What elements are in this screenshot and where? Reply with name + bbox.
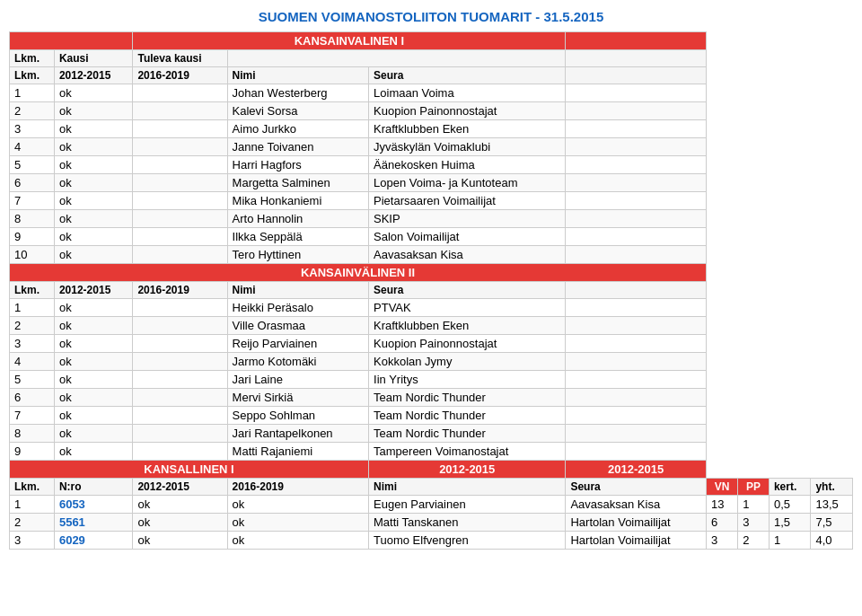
section3-header-row: KANSALLINEN I 2012-2015 2012-2015 — [10, 461, 853, 479]
row-club: SKIP — [369, 210, 566, 228]
row-club: Kraftklubben Eken — [369, 120, 566, 138]
section2-seura: Seura — [369, 282, 566, 299]
row-club: PTVAK — [369, 299, 566, 317]
row-k1: ok — [54, 407, 133, 425]
row-name: Jarmo Kotomäki — [227, 353, 368, 371]
section1-lkm2: Lkm. — [10, 67, 55, 84]
row-k1: ok — [133, 532, 227, 550]
section3-y2: 2016-2019 — [227, 479, 368, 496]
row-k1: ok — [54, 174, 133, 192]
row-nro: 5561 — [54, 514, 133, 532]
row-num: 2 — [10, 102, 55, 120]
row-num: 8 — [10, 425, 55, 443]
row-yht: 7,5 — [811, 514, 853, 532]
row-k2 — [133, 425, 227, 443]
row-nro: 6029 — [54, 532, 133, 550]
row-club: Tampereen Voimanostajat — [369, 443, 566, 461]
table-row: 3 ok Reijo Parviainen Kuopion Painonnost… — [10, 335, 853, 353]
row-vn: 13 — [706, 496, 737, 514]
table-row: 8 ok Jari Rantapelkonen Team Nordic Thun… — [10, 425, 853, 443]
row-club: Hartolan Voimailijat — [566, 532, 707, 550]
row-k2 — [133, 156, 227, 174]
row-extra — [566, 138, 707, 156]
row-k1: ok — [54, 443, 133, 461]
row-k1: ok — [54, 192, 133, 210]
row-extra — [566, 443, 707, 461]
section3-seura: Seura — [566, 479, 707, 496]
row-extra — [566, 174, 707, 192]
row-club: Kuopion Painonnostajat — [369, 335, 566, 353]
section3-nimi: Nimi — [369, 479, 566, 496]
row-name: Janne Toivanen — [227, 138, 368, 156]
table-row: 5 ok Jari Laine Iin Yritys — [10, 371, 853, 389]
row-name: Arto Hannolin — [227, 210, 368, 228]
row-club: Team Nordic Thunder — [369, 389, 566, 407]
row-extra — [566, 210, 707, 228]
row-k2: ok — [227, 532, 368, 550]
row-name: Jari Laine — [227, 371, 368, 389]
section1-nimi: Nimi — [227, 67, 368, 84]
table-row: 2 ok Kalevi Sorsa Kuopion Painonnostajat — [10, 102, 853, 120]
row-k2 — [133, 120, 227, 138]
row-yht: 4,0 — [811, 532, 853, 550]
row-name: Matti Tanskanen — [369, 514, 566, 532]
row-kert: 1,5 — [769, 514, 811, 532]
section2-nimi: Nimi — [227, 282, 368, 299]
section1-empty2 — [227, 50, 566, 67]
row-name: Mervi Sirkiä — [227, 389, 368, 407]
row-k2 — [133, 102, 227, 120]
section3-pp: PP — [738, 479, 770, 496]
table-row: 6 ok Margetta Salminen Lopen Voima- ja K… — [10, 174, 853, 192]
row-k1: ok — [54, 371, 133, 389]
row-num: 3 — [10, 335, 55, 353]
table-row: 2 ok Ville Orasmaa Kraftklubben Eken — [10, 317, 853, 335]
row-num: 1 — [10, 84, 55, 102]
row-name: Mika Honkaniemi — [227, 192, 368, 210]
section1-tuleva-label: Tuleva kausi — [133, 50, 227, 67]
row-extra — [566, 102, 707, 120]
row-name: Johan Westerberg — [227, 84, 368, 102]
row-k1: ok — [54, 156, 133, 174]
table-row: 3 6029 ok ok Tuomo Elfvengren Hartolan V… — [10, 532, 853, 550]
row-num: 7 — [10, 192, 55, 210]
row-name: Eugen Parviainen — [369, 496, 566, 514]
table-row: 1 6053 ok ok Eugen Parviainen Aavasaksan… — [10, 496, 853, 514]
row-pp: 2 — [738, 532, 770, 550]
row-num: 2 — [10, 317, 55, 335]
row-extra — [566, 407, 707, 425]
row-club: Team Nordic Thunder — [369, 407, 566, 425]
row-vn: 6 — [706, 514, 737, 532]
row-extra — [566, 389, 707, 407]
table-row: 4 ok Janne Toivanen Jyväskylän Voimaklub… — [10, 138, 853, 156]
row-club: Äänekosken Huima — [369, 156, 566, 174]
section3-year2-header: 2012-2015 — [566, 461, 707, 479]
section1-year1: 2012-2015 — [54, 67, 133, 84]
row-kert: 1 — [769, 532, 811, 550]
row-k1: ok — [54, 425, 133, 443]
row-num: 5 — [10, 156, 55, 174]
section3-vn: VN — [706, 479, 737, 496]
row-k2 — [133, 407, 227, 425]
row-num: 1 — [10, 299, 55, 317]
table-row: 9 ok Ilkka Seppälä Salon Voimailijat — [10, 228, 853, 246]
row-k1: ok — [54, 228, 133, 246]
section1-empty — [10, 32, 133, 50]
row-k2 — [133, 353, 227, 371]
row-name: Harri Hagfors — [227, 156, 368, 174]
table-row: 2 5561 ok ok Matti Tanskanen Hartolan Vo… — [10, 514, 853, 532]
row-name: Tuomo Elfvengren — [369, 532, 566, 550]
row-club: Kraftklubben Eken — [369, 317, 566, 335]
row-k2 — [133, 443, 227, 461]
row-extra — [566, 84, 707, 102]
row-club: Aavasaksan Kisa — [369, 246, 566, 264]
section2-year2: 2016-2019 — [133, 282, 227, 299]
row-club: Kokkolan Jymy — [369, 353, 566, 371]
row-k2: ok — [227, 496, 368, 514]
row-extra — [566, 335, 707, 353]
row-extra — [566, 228, 707, 246]
section2-title: KANSAINVÄLINEN II — [10, 264, 707, 282]
row-k1: ok — [54, 317, 133, 335]
row-num: 3 — [10, 120, 55, 138]
row-club: Kuopion Painonnostajat — [369, 102, 566, 120]
row-extra — [566, 192, 707, 210]
